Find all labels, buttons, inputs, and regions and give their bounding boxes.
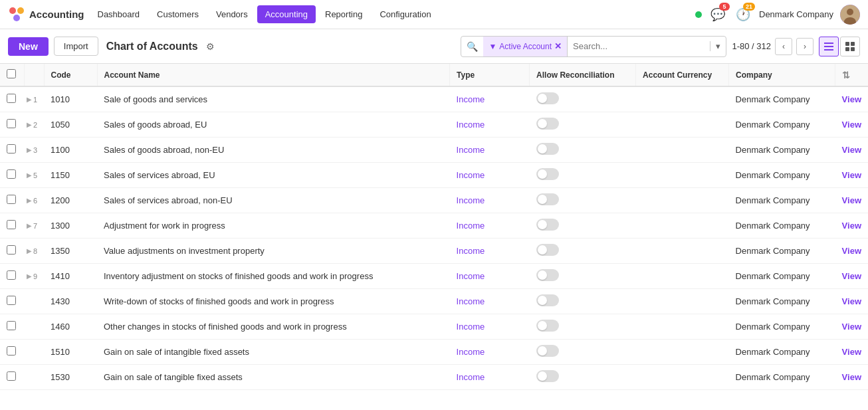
row-checkbox-cell[interactable] bbox=[0, 264, 24, 289]
pagination-prev-button[interactable]: ‹ bbox=[775, 38, 792, 55]
row-reconciliation-toggle[interactable] bbox=[530, 188, 636, 213]
row-checkbox-cell[interactable] bbox=[0, 365, 24, 390]
search-dropdown-button[interactable]: ▾ bbox=[710, 41, 726, 51]
row-checkbox[interactable] bbox=[7, 144, 16, 154]
nav-item-configuration[interactable]: Configuration bbox=[372, 5, 439, 23]
reconciliation-toggle[interactable] bbox=[536, 193, 559, 205]
row-checkbox[interactable] bbox=[7, 195, 16, 204]
nav-item-accounting[interactable]: Accounting bbox=[257, 5, 316, 23]
row-reconciliation-toggle[interactable] bbox=[530, 314, 636, 340]
row-reconciliation-toggle[interactable] bbox=[530, 86, 636, 112]
header-company[interactable]: Company bbox=[729, 64, 835, 86]
row-checkbox-cell[interactable] bbox=[0, 213, 24, 239]
view-link[interactable]: View bbox=[842, 120, 861, 130]
view-link[interactable]: View bbox=[842, 322, 861, 332]
header-allow-reconciliation[interactable]: Allow Reconciliation bbox=[530, 64, 636, 86]
reconciliation-toggle[interactable] bbox=[536, 269, 559, 281]
row-view-link[interactable]: View bbox=[835, 138, 868, 163]
row-view-link[interactable]: View bbox=[835, 289, 868, 314]
kanban-view-button[interactable] bbox=[840, 37, 860, 56]
view-link[interactable]: View bbox=[842, 271, 861, 281]
row-checkbox[interactable] bbox=[7, 245, 16, 255]
row-checkbox[interactable] bbox=[7, 119, 16, 128]
activity-badge[interactable]: 🕐 21 bbox=[734, 5, 752, 24]
row-expand-button[interactable]: ▶ bbox=[27, 121, 32, 128]
row-expand-button[interactable]: ▶ bbox=[27, 222, 32, 229]
row-view-link[interactable]: View bbox=[835, 264, 868, 289]
reconciliation-toggle[interactable] bbox=[536, 345, 559, 357]
row-checkbox-cell[interactable] bbox=[0, 314, 24, 340]
reconciliation-toggle[interactable] bbox=[536, 294, 559, 306]
user-avatar[interactable] bbox=[840, 5, 860, 25]
search-input[interactable] bbox=[568, 41, 710, 51]
row-view-link[interactable]: View bbox=[835, 86, 868, 112]
view-link[interactable]: View bbox=[842, 221, 861, 231]
view-link[interactable]: View bbox=[842, 195, 861, 205]
row-reconciliation-toggle[interactable] bbox=[530, 264, 636, 289]
app-logo[interactable]: Accounting bbox=[8, 6, 84, 23]
row-view-link[interactable]: View bbox=[835, 314, 868, 340]
list-view-button[interactable] bbox=[819, 37, 839, 56]
row-checkbox-cell[interactable] bbox=[0, 138, 24, 163]
row-checkbox[interactable] bbox=[7, 296, 16, 305]
row-checkbox[interactable] bbox=[7, 371, 16, 381]
view-link[interactable]: View bbox=[842, 296, 861, 306]
header-account-currency[interactable]: Account Currency bbox=[636, 64, 729, 86]
row-checkbox[interactable] bbox=[7, 220, 16, 229]
row-checkbox[interactable] bbox=[7, 321, 16, 330]
view-link[interactable]: View bbox=[842, 347, 861, 357]
row-reconciliation-toggle[interactable] bbox=[530, 163, 636, 188]
view-link[interactable]: View bbox=[842, 145, 861, 155]
row-checkbox-cell[interactable] bbox=[0, 112, 24, 138]
reconciliation-toggle[interactable] bbox=[536, 168, 559, 180]
header-code[interactable]: Code bbox=[44, 64, 97, 86]
row-checkbox[interactable] bbox=[7, 94, 16, 103]
reconciliation-toggle[interactable] bbox=[536, 370, 559, 382]
nav-item-customers[interactable]: Customers bbox=[149, 5, 207, 23]
view-link[interactable]: View bbox=[842, 372, 861, 382]
row-checkbox-cell[interactable] bbox=[0, 340, 24, 365]
company-name[interactable]: Denmark Company bbox=[759, 9, 833, 19]
reconciliation-toggle[interactable] bbox=[536, 92, 559, 104]
view-link[interactable]: View bbox=[842, 170, 861, 180]
row-view-link[interactable]: View bbox=[835, 213, 868, 239]
column-settings-icon[interactable]: ⇅ bbox=[842, 70, 850, 80]
row-reconciliation-toggle[interactable] bbox=[530, 289, 636, 314]
pagination-next-button[interactable]: › bbox=[796, 38, 814, 55]
row-reconciliation-toggle[interactable] bbox=[530, 365, 636, 390]
row-view-link[interactable]: View bbox=[835, 365, 868, 390]
header-account-name[interactable]: Account Name bbox=[97, 64, 450, 86]
row-checkbox[interactable] bbox=[7, 169, 16, 179]
settings-icon[interactable]: ⚙ bbox=[206, 41, 215, 52]
row-reconciliation-toggle[interactable] bbox=[530, 213, 636, 239]
reconciliation-toggle[interactable] bbox=[536, 320, 559, 332]
view-link[interactable]: View bbox=[842, 94, 861, 104]
row-expand-button[interactable]: ▶ bbox=[27, 171, 32, 179]
row-expand-button[interactable]: ▶ bbox=[27, 96, 32, 103]
row-checkbox-cell[interactable] bbox=[0, 163, 24, 188]
row-reconciliation-toggle[interactable] bbox=[530, 239, 636, 264]
row-checkbox[interactable] bbox=[7, 346, 16, 356]
reconciliation-toggle[interactable] bbox=[536, 118, 559, 130]
row-view-link[interactable]: View bbox=[835, 188, 868, 213]
header-type[interactable]: Type bbox=[450, 64, 530, 86]
header-select-all[interactable] bbox=[0, 64, 24, 86]
import-button[interactable]: Import bbox=[54, 37, 98, 56]
row-expand-button[interactable]: ▶ bbox=[27, 146, 32, 154]
row-view-link[interactable]: View bbox=[835, 239, 868, 264]
row-view-link[interactable]: View bbox=[835, 112, 868, 138]
new-button[interactable]: New bbox=[8, 37, 49, 56]
row-view-link[interactable]: View bbox=[835, 163, 868, 188]
view-link[interactable]: View bbox=[842, 246, 861, 256]
reconciliation-toggle[interactable] bbox=[536, 244, 559, 256]
nav-item-vendors[interactable]: Vendors bbox=[208, 5, 256, 23]
select-all-checkbox[interactable] bbox=[7, 69, 16, 78]
reconciliation-toggle[interactable] bbox=[536, 143, 559, 155]
filter-remove-button[interactable]: ✕ bbox=[554, 41, 562, 51]
row-expand-button[interactable]: ▶ bbox=[27, 247, 32, 255]
row-reconciliation-toggle[interactable] bbox=[530, 112, 636, 138]
row-expand-button[interactable]: ▶ bbox=[27, 272, 32, 280]
row-reconciliation-toggle[interactable] bbox=[530, 138, 636, 163]
row-checkbox-cell[interactable] bbox=[0, 188, 24, 213]
row-view-link[interactable]: View bbox=[835, 340, 868, 365]
